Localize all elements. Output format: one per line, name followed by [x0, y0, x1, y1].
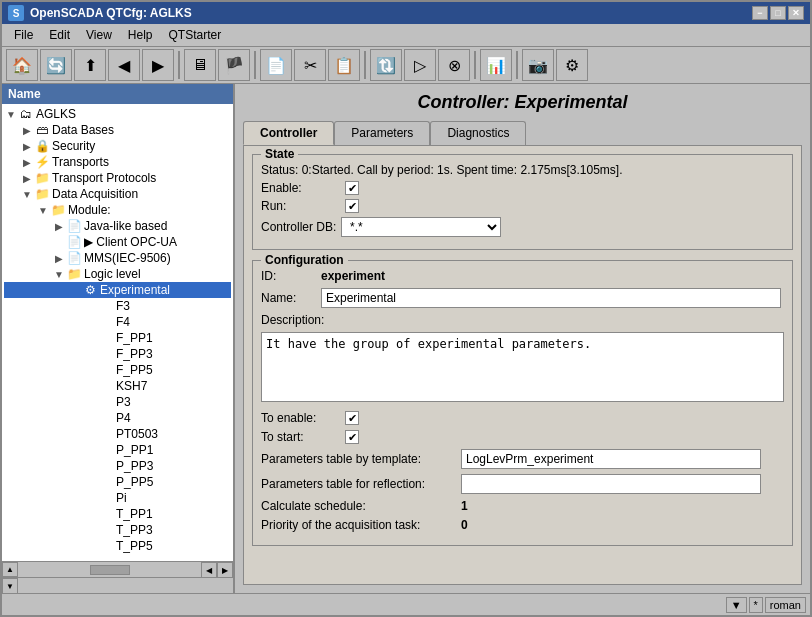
tree-toggle-mms[interactable]: ▶ — [52, 253, 66, 264]
tree-item-security[interactable]: ▶🔒Security — [4, 138, 231, 154]
tree-label-experimental: Experimental — [100, 283, 170, 297]
tree-toggle-module[interactable]: ▼ — [36, 205, 50, 216]
toolbar-chart-button[interactable]: 📊 — [480, 49, 512, 81]
id-value: experiment — [321, 269, 385, 283]
toolbar-back-button[interactable]: ◀ — [108, 49, 140, 81]
tab-diagnostics[interactable]: Diagnostics — [430, 121, 526, 145]
tab-controller[interactable]: Controller — [243, 121, 334, 145]
toolbar-reload-button[interactable]: 🔄 — [40, 49, 72, 81]
tree-toggle-transports[interactable]: ▶ — [20, 157, 34, 168]
scroll-left-button[interactable]: ◀ — [201, 562, 217, 578]
enable-checkbox[interactable]: ✔ — [345, 181, 359, 195]
tree-item-p_pp1[interactable]: P_PP1 — [4, 442, 231, 458]
name-label: Name: — [261, 291, 321, 305]
tree-label-p4: P4 — [116, 411, 131, 425]
to-enable-checkbox[interactable]: ✔ — [345, 411, 359, 425]
tree-item-f_pp3[interactable]: F_PP3 — [4, 346, 231, 362]
tree-item-p3[interactable]: P3 — [4, 394, 231, 410]
tree-icon-java_like: 📄 — [66, 219, 82, 233]
toolbar-flag-button[interactable]: 🏴 — [218, 49, 250, 81]
run-checkbox[interactable]: ✔ — [345, 199, 359, 213]
to-start-checkbox[interactable]: ✔ — [345, 430, 359, 444]
tree-item-aglks[interactable]: ▼🗂AGLKS — [4, 106, 231, 122]
toolbar-paste-button[interactable]: 📋 — [328, 49, 360, 81]
tree-toggle-security[interactable]: ▶ — [20, 141, 34, 152]
tree-toggle-transport_protocols[interactable]: ▶ — [20, 173, 34, 184]
minimize-button[interactable]: − — [752, 6, 768, 20]
params-reflection-input[interactable] — [461, 474, 761, 494]
priority-value: 0 — [461, 518, 468, 532]
tree-label-transport_protocols: Transport Protocols — [52, 171, 156, 185]
tree-item-experimental[interactable]: ⚙Experimental — [4, 282, 231, 298]
close-button[interactable]: ✕ — [788, 6, 804, 20]
hscroll-thumb[interactable] — [90, 565, 130, 575]
menu-view[interactable]: View — [78, 26, 120, 44]
tree-item-f_pp1[interactable]: F_PP1 — [4, 330, 231, 346]
menu-edit[interactable]: Edit — [41, 26, 78, 44]
tree-item-module[interactable]: ▼📁Module: — [4, 202, 231, 218]
tree-container[interactable]: ▼🗂AGLKS▶🗃Data Bases▶🔒Security▶⚡Transport… — [2, 104, 233, 561]
tree-item-f4[interactable]: F4 — [4, 314, 231, 330]
toolbar-refresh-button[interactable]: 🔃 — [370, 49, 402, 81]
controller-db-row: Controller DB: *.* — [261, 217, 784, 237]
tree-toggle-java_like[interactable]: ▶ — [52, 221, 66, 232]
scroll-down-button[interactable]: ▼ — [2, 578, 18, 593]
toolbar-up-button[interactable]: ⬆ — [74, 49, 106, 81]
tree-item-p_pp5[interactable]: P_PP5 — [4, 474, 231, 490]
tree-item-client_opc_ua[interactable]: 📄▶ Client OPC-UA — [4, 234, 231, 250]
tree-item-java_like[interactable]: ▶📄Java-like based — [4, 218, 231, 234]
toolbar-stop-button[interactable]: ⊗ — [438, 49, 470, 81]
controller-db-select[interactable]: *.* — [341, 217, 501, 237]
tree-item-pt0503[interactable]: PT0503 — [4, 426, 231, 442]
description-row: Description: — [261, 313, 784, 327]
tabs-bar: Controller Parameters Diagnostics — [243, 121, 802, 145]
toolbar-screenshot-button[interactable]: 📷 — [522, 49, 554, 81]
menu-file[interactable]: File — [6, 26, 41, 44]
tree-item-pi[interactable]: Pi — [4, 490, 231, 506]
tab-parameters[interactable]: Parameters — [334, 121, 430, 145]
toolbar-cut-button[interactable]: ✂ — [294, 49, 326, 81]
tree-item-f_pp5[interactable]: F_PP5 — [4, 362, 231, 378]
statusbar-star[interactable]: * — [749, 597, 763, 613]
scroll-right-button[interactable]: ▶ — [217, 562, 233, 578]
tree-icon-transports: ⚡ — [34, 155, 50, 169]
tree-label-f_pp3: F_PP3 — [116, 347, 153, 361]
scroll-up-button[interactable]: ▲ — [2, 562, 18, 577]
tree-icon-mms: 📄 — [66, 251, 82, 265]
name-input[interactable] — [321, 288, 781, 308]
tree-item-logic_level[interactable]: ▼📁Logic level — [4, 266, 231, 282]
tree-item-t_pp5[interactable]: T_PP5 — [4, 538, 231, 554]
maximize-button[interactable]: □ — [770, 6, 786, 20]
tree-toggle-logic_level[interactable]: ▼ — [52, 269, 66, 280]
params-template-input[interactable] — [461, 449, 761, 469]
toolbar-new-button[interactable]: 📄 — [260, 49, 292, 81]
config-group-title: Configuration — [261, 253, 348, 267]
main-window: S OpenSCADA QTCfg: AGLKS − □ ✕ File Edit… — [0, 0, 812, 617]
tree-item-databases[interactable]: ▶🗃Data Bases — [4, 122, 231, 138]
tree-item-transport_protocols[interactable]: ▶📁Transport Protocols — [4, 170, 231, 186]
menu-qtstarter[interactable]: QTStarter — [161, 26, 230, 44]
sidebar-hscroll[interactable] — [18, 562, 201, 577]
tree-toggle-data_acquisition[interactable]: ▼ — [20, 189, 34, 200]
tree-item-t_pp1[interactable]: T_PP1 — [4, 506, 231, 522]
toolbar-settings-button[interactable]: ⚙ — [556, 49, 588, 81]
toolbar-home-button[interactable]: 🏠 — [6, 49, 38, 81]
tree-toggle-aglks[interactable]: ▼ — [4, 109, 18, 120]
toolbar-run-button[interactable]: ▷ — [404, 49, 436, 81]
tree-item-mms[interactable]: ▶📄MMS(IEC-9506) — [4, 250, 231, 266]
tree-item-data_acquisition[interactable]: ▼📁Data Acquisition — [4, 186, 231, 202]
tree-item-p_pp3[interactable]: P_PP3 — [4, 458, 231, 474]
tree-toggle-databases[interactable]: ▶ — [20, 125, 34, 136]
tree-item-t_pp3[interactable]: T_PP3 — [4, 522, 231, 538]
tree-item-ksh7[interactable]: KSH7 — [4, 378, 231, 394]
tree-item-f3[interactable]: F3 — [4, 298, 231, 314]
toolbar-forward-button[interactable]: ▶ — [142, 49, 174, 81]
statusbar-arrow[interactable]: ▼ — [726, 597, 747, 613]
content-title: Controller: Experimental — [243, 92, 802, 113]
enable-label: Enable: — [261, 181, 341, 195]
toolbar-open-button[interactable]: 🖥 — [184, 49, 216, 81]
tree-item-p4[interactable]: P4 — [4, 410, 231, 426]
description-textarea[interactable] — [261, 332, 784, 402]
menu-help[interactable]: Help — [120, 26, 161, 44]
tree-item-transports[interactable]: ▶⚡Transports — [4, 154, 231, 170]
